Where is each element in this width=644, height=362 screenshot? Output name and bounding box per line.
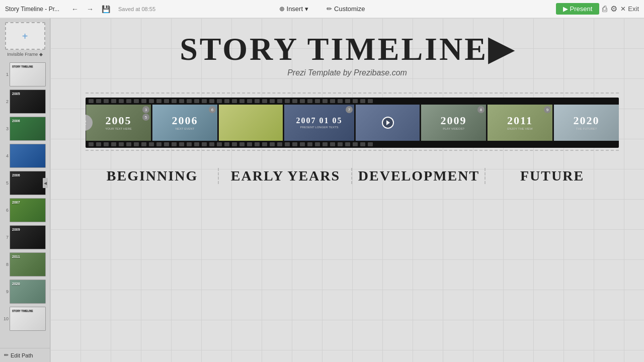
perf-hole [368,142,373,146]
perf-hole [134,99,139,103]
perf-hole [224,142,229,146]
slide-number: 8 [3,262,9,267]
slide-item[interactable]: 9 2020 [2,279,48,304]
perf-hole [134,142,139,146]
edit-path-button[interactable]: ✏ Edit Path [4,352,33,358]
invisible-frame-label[interactable]: Invisible Frame ◆ [0,52,50,57]
add-frame-icon: + [22,31,28,41]
slide-number: 3 [3,126,9,131]
frame-badge-9: 9 [544,106,551,113]
film-frame-2020[interactable]: 2020 THE FUTURE? [553,105,619,141]
slide-item[interactable]: 2 2005 [2,89,48,114]
share-button[interactable]: ⎙ [602,5,607,14]
customize-label: Customize [334,5,365,13]
perf-hole [270,142,275,146]
add-frame-button[interactable]: + [5,22,45,50]
perf-hole [300,99,305,103]
perf-hole [360,142,365,146]
perf-hole [345,142,350,146]
film-frames-row: 2005 YOUR TEXT HERE 3 5 2006 NEXT EVENT [86,105,619,141]
perf-hole [323,142,328,146]
save-button[interactable]: 💾 [100,4,112,14]
film-frame-field[interactable] [218,105,283,141]
perf-hole [255,142,260,146]
slide-item[interactable]: 10 STORY TIMELINE [2,306,48,331]
category-future: FUTURE [486,168,619,184]
frame-content: 2007 01 05 PRESENT LONGER TEXTS [284,105,354,141]
film-frame-2009[interactable]: 2009 PLAY VIDEOS? 8 [421,105,486,141]
frame-badge-5: 5 [142,114,149,121]
insert-button[interactable]: ⊕ Insert ▾ [275,4,313,14]
slide-item[interactable]: 6 2007 [2,198,48,223]
slide-number: 7 [3,235,9,240]
slide-item[interactable]: 4 [2,143,48,168]
topbar-right-actions: ▶ Present ⎙ ⚙ ✕ Exit [556,3,639,15]
perf-hole [179,99,184,103]
presentation-title: STORY TIMELINE▶ [180,33,515,65]
perf-hole [217,99,222,103]
redo-button[interactable]: → [85,4,96,14]
slide-thumbnail: 2006 [10,171,46,195]
customize-button[interactable]: ✏ Customize [323,4,369,14]
slide-item[interactable]: 1 STORY TIMELINE [2,62,48,87]
film-frame-2006[interactable]: 2006 NEXT EVENT 6 [152,105,217,141]
perf-hole [89,142,94,146]
title-section: STORY TIMELINE▶ Prezi Template by Prezib… [180,33,515,77]
perf-hole [104,99,109,103]
frame-subtext-2005: YOUR TEXT HERE [105,127,131,130]
undo-button[interactable]: ← [69,4,80,14]
frame-subtext-2011: ENJOY THE VIEW [507,127,532,130]
presentation-subtitle: Prezi Template by Prezibase.com [180,68,515,77]
perf-hole [292,99,297,103]
perf-hole [368,99,373,103]
slide-number: 4 [3,153,9,158]
slide-item[interactable]: 7 2009 [2,225,48,250]
slide-number: 6 [3,208,9,213]
exit-label: Exit [628,5,639,13]
perf-hole [360,99,365,103]
save-status: Saved at 08:55 [118,6,155,12]
film-frame-2007[interactable]: 2007 01 05 PRESENT LONGER TEXTS 7 [284,105,354,141]
perf-hole [149,142,154,146]
perf-hole [315,142,320,146]
slide-number: 1 [3,72,9,77]
perf-hole [255,99,260,103]
topbar-center-actions: ⊕ Insert ▾ ✏ Customize [275,4,369,14]
frame-badge-7: 7 [346,106,353,113]
perf-hole [330,142,335,146]
frame-content: 2005 YOUR TEXT HERE [86,105,151,141]
perf-hole [285,142,290,146]
perf-hole [232,142,237,146]
sidebar-bottom-bar: ✏ Edit Path [0,348,50,362]
slide-thumbnail: 2007 [10,198,46,222]
film-frame-city2[interactable] [355,105,420,141]
perf-hole [262,99,267,103]
perf-hole [202,99,207,103]
play-button[interactable] [382,117,394,129]
perf-hole [307,142,312,146]
perf-hole [126,99,131,103]
perf-hole [172,142,177,146]
insert-icon: ⊕ [279,5,285,13]
category-label-development: DEVELOPMENT [358,168,479,184]
perf-hole [89,99,94,103]
category-beginning: BEGINNING [86,168,219,184]
perf-hole [285,99,290,103]
collapse-sidebar-button[interactable]: ◀ [43,178,48,188]
slide-item[interactable]: 3 2006 [2,116,48,141]
category-label-early-years: EARLY YEARS [231,168,340,184]
present-button[interactable]: ▶ Present [556,3,600,15]
frame-content: 2011 ENJOY THE VIEW [488,105,552,141]
film-frame-2011[interactable]: 2011 ENJOY THE VIEW 9 [487,105,552,141]
settings-button[interactable]: ⚙ [610,4,617,14]
perf-hole [338,99,343,103]
slide-item[interactable]: 8 2011 [2,252,48,277]
perf-hole [194,99,199,103]
film-frame-2005[interactable]: 2005 YOUR TEXT HERE 3 5 [86,105,151,141]
perf-hole [300,142,305,146]
present-play-icon: ▶ [563,5,568,13]
exit-button[interactable]: ✕ Exit [620,5,639,13]
slide-item[interactable]: 5 2006 ◀ [2,170,48,196]
frame-subtext-2009: PLAY VIDEOS? [443,127,464,130]
title-arrow-icon: ▶ [488,33,515,65]
